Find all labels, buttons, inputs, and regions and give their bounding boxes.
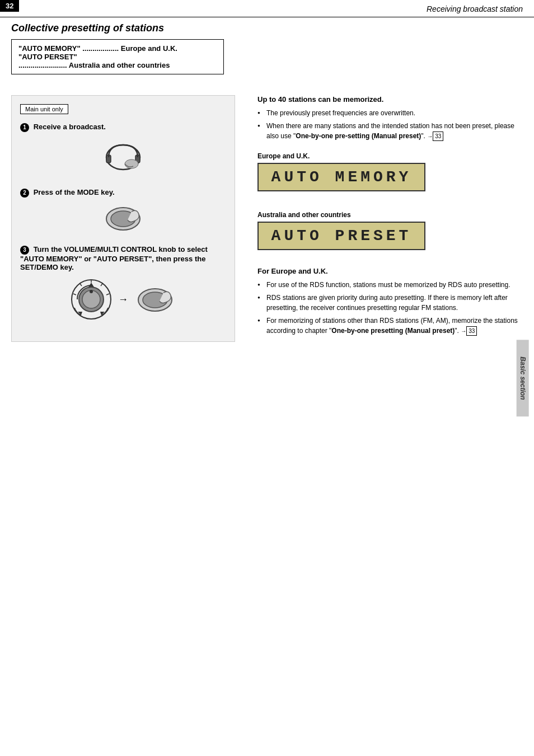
header-divider <box>0 17 534 17</box>
left-panel: Main unit only 1 Receive a broadcast. 2 … <box>11 95 235 342</box>
basic-section-label: Basic section <box>516 340 528 416</box>
step-3: 3 Turn the VOLUME/MULTI CONTROL knob to … <box>20 245 226 322</box>
svg-marker-7 <box>88 283 94 287</box>
step-2-label: 2 Press of the MODE key. <box>20 188 226 198</box>
bullet-item-2: When there are many stations and the int… <box>257 121 523 141</box>
svg-point-10 <box>90 290 93 293</box>
display-australia-screen: AUTO PRESET <box>257 222 425 250</box>
europe-bullet-1: For use of the RDS function, stations mu… <box>257 280 523 290</box>
volume-knob-icon <box>69 277 114 322</box>
headphone-icon <box>101 140 146 174</box>
display-australia-section: Australia and other countries AUTO PRESE… <box>257 211 523 259</box>
step-3-diagram: → <box>20 277 226 322</box>
page-number: 32 <box>0 0 19 12</box>
display-europe-label: Europe and U.K. <box>257 152 523 160</box>
info-line1: "AUTO MEMORY" .................. Europe … <box>18 44 217 53</box>
page-title: Receiving broadcast station <box>427 4 523 13</box>
step-2: 2 Press of the MODE key. <box>20 188 226 234</box>
europe-bullet-list: For use of the RDS function, stations mu… <box>257 280 523 336</box>
step-1-number: 1 <box>20 123 29 132</box>
step-1-diagram <box>20 138 226 177</box>
step-3-label: 3 Turn the VOLUME/MULTI CONTROL knob to … <box>20 245 226 271</box>
step-arrow: → <box>118 294 128 306</box>
main-unit-badge: Main unit only <box>20 104 68 114</box>
europe-bullet-2: RDS stations are given priority during a… <box>257 293 523 313</box>
info-line2: "AUTO PERSET" <box>18 53 217 61</box>
info-line3: ........................ Australia and o… <box>18 61 217 69</box>
top-bullet-list: The previously preset frequencies are ov… <box>257 108 523 141</box>
section-title: Collective presetting of stations <box>11 22 164 34</box>
info-box: "AUTO MEMORY" .................. Europe … <box>11 39 224 74</box>
step-1-text: Receive a broadcast. <box>34 123 106 131</box>
step-2-diagram <box>20 203 226 234</box>
display-australia-label: Australia and other countries <box>257 211 523 219</box>
memorize-title: Up to 40 stations can be memorized. <box>257 95 523 104</box>
step-3-text: Turn the VOLUME/MULTI CONTROL knob to se… <box>20 245 208 271</box>
display-europe-screen: AUTO MEMORY <box>257 163 425 191</box>
step-3-number: 3 <box>20 246 29 255</box>
europe-bullet-3: For memorizing of stations other than RD… <box>257 316 523 336</box>
svg-line-13 <box>106 294 109 295</box>
step-2-number: 2 <box>20 189 29 198</box>
right-panel: Up to 40 stations can be memorized. The … <box>257 95 523 344</box>
mode-key-icon <box>101 203 146 234</box>
step-1-label: 1 Receive a broadcast. <box>20 123 226 132</box>
for-europe-title: For Europe and U.K. <box>257 267 523 275</box>
svg-line-15 <box>80 284 82 286</box>
svg-line-12 <box>101 284 102 286</box>
svg-line-14 <box>73 294 76 295</box>
set-demo-key-icon <box>133 284 177 315</box>
display-europe-section: Europe and U.K. AUTO MEMORY <box>257 152 523 200</box>
step-2-text: Press of the MODE key. <box>34 188 115 196</box>
bullet-item-1: The previously preset frequencies are ov… <box>257 108 523 118</box>
step-1: 1 Receive a broadcast. <box>20 123 226 177</box>
